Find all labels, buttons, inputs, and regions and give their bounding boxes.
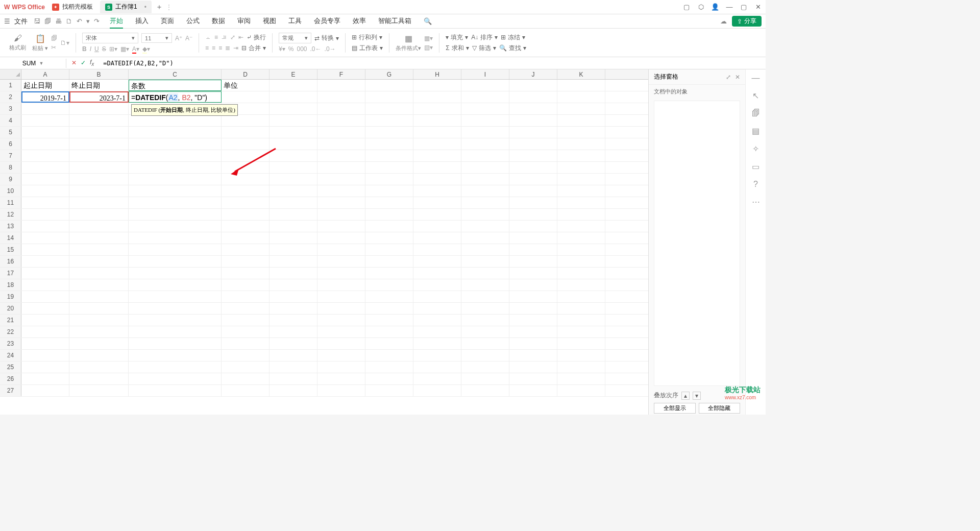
cell[interactable] (365, 291, 413, 302)
cell[interactable] (222, 197, 270, 208)
cell[interactable] (509, 185, 557, 197)
cell[interactable] (129, 150, 222, 161)
close-pane-icon[interactable]: ✕ (735, 74, 740, 81)
add-tab-button[interactable]: ＋ (156, 3, 163, 12)
cell[interactable] (509, 162, 557, 173)
cell[interactable] (461, 221, 509, 232)
cell[interactable] (509, 232, 557, 244)
cell[interactable] (365, 338, 413, 349)
cell[interactable] (413, 315, 461, 326)
row-header-21[interactable]: 21 (0, 315, 21, 326)
cell[interactable] (69, 279, 129, 291)
print-icon[interactable]: 🖶 (55, 17, 62, 25)
cell[interactable] (413, 350, 461, 361)
cell[interactable] (509, 91, 557, 103)
cell[interactable] (222, 361, 270, 373)
cell[interactable] (557, 185, 605, 197)
cell[interactable] (365, 174, 413, 185)
cell[interactable] (270, 303, 317, 314)
cell[interactable] (69, 385, 129, 396)
row-header-27[interactable]: 27 (0, 385, 21, 396)
cell[interactable] (557, 91, 605, 103)
cell[interactable] (222, 315, 270, 326)
cell[interactable] (222, 162, 270, 173)
cell-A1[interactable]: 起止日期 (21, 80, 69, 91)
row-header-13[interactable]: 13 (0, 221, 21, 232)
cell[interactable] (317, 127, 365, 138)
cell[interactable] (69, 162, 129, 173)
tab-data[interactable]: 数据 (212, 14, 225, 29)
row-header-23[interactable]: 23 (0, 338, 21, 349)
cell[interactable] (557, 326, 605, 337)
cell[interactable] (365, 373, 413, 384)
cell[interactable] (413, 103, 461, 114)
cell[interactable] (413, 326, 461, 337)
cell[interactable] (413, 291, 461, 302)
indent-right-icon[interactable]: ⇥ (233, 44, 238, 52)
cell-B1[interactable]: 终止日期 (69, 80, 129, 91)
cell[interactable] (21, 103, 69, 114)
cell[interactable] (461, 279, 509, 291)
cell-A2[interactable]: 2019-7-1 (21, 91, 69, 103)
cell[interactable] (270, 279, 317, 291)
indent-left-icon[interactable]: ⇤ (238, 34, 243, 41)
row-header-4[interactable]: 4 (0, 115, 21, 126)
cell[interactable] (509, 338, 557, 349)
filter-button[interactable]: ▽ 筛选▾ (472, 44, 496, 53)
cell[interactable] (557, 127, 605, 138)
row-header-1[interactable]: 1 (0, 80, 21, 91)
col-header-A[interactable]: A (21, 69, 69, 79)
cell[interactable] (129, 162, 222, 173)
cell[interactable] (270, 103, 317, 114)
col-header-D[interactable]: D (222, 69, 270, 79)
cell[interactable] (461, 138, 509, 150)
increase-decimal-icon[interactable]: .0← (310, 45, 322, 53)
cell[interactable] (69, 315, 129, 326)
cell[interactable] (270, 350, 317, 361)
cell[interactable] (69, 185, 129, 197)
cell[interactable] (461, 103, 509, 114)
cell[interactable] (21, 115, 69, 126)
cell[interactable] (557, 256, 605, 267)
find-button[interactable]: 🔍 查找▾ (499, 44, 526, 53)
cell[interactable] (69, 174, 129, 185)
cell[interactable] (557, 315, 605, 326)
cell[interactable] (270, 115, 317, 126)
merge-button[interactable]: ⊟ 合并▾ (241, 44, 266, 53)
sort-button[interactable]: A↓ 排序▾ (471, 33, 498, 42)
cell[interactable] (270, 185, 317, 197)
cell[interactable] (222, 209, 270, 220)
cell[interactable] (317, 138, 365, 150)
cell[interactable] (557, 115, 605, 126)
cell[interactable] (461, 338, 509, 349)
cell[interactable] (557, 350, 605, 361)
cell[interactable] (270, 385, 317, 396)
cell[interactable] (413, 209, 461, 220)
cell[interactable] (317, 268, 365, 279)
cell[interactable] (413, 91, 461, 103)
cell[interactable] (69, 150, 129, 161)
cell[interactable] (317, 91, 365, 103)
cell[interactable] (413, 256, 461, 267)
font-name-select[interactable]: 宋体▾ (82, 33, 138, 43)
cell[interactable] (270, 338, 317, 349)
row-header-16[interactable]: 16 (0, 256, 21, 267)
cell[interactable] (317, 315, 365, 326)
pin-icon[interactable]: ⤢ (726, 74, 731, 81)
cell[interactable] (557, 221, 605, 232)
cell[interactable] (317, 326, 365, 337)
cell-D2[interactable] (222, 91, 270, 103)
cell[interactable] (21, 385, 69, 396)
cell[interactable] (413, 138, 461, 150)
save-as-icon[interactable]: 🗐 (44, 17, 51, 25)
minimize-button[interactable]: — (726, 4, 733, 11)
cell[interactable] (317, 256, 365, 267)
redo-icon[interactable]: ↷ (94, 17, 100, 25)
cell[interactable] (317, 373, 365, 384)
cell[interactable] (129, 197, 222, 208)
fill-color-icon[interactable]: ◆▾ (142, 45, 150, 53)
cell[interactable] (557, 244, 605, 255)
row-header-3[interactable]: 3 (0, 103, 21, 114)
cell[interactable] (413, 80, 461, 91)
font-color-icon[interactable]: A▾ (132, 45, 139, 53)
